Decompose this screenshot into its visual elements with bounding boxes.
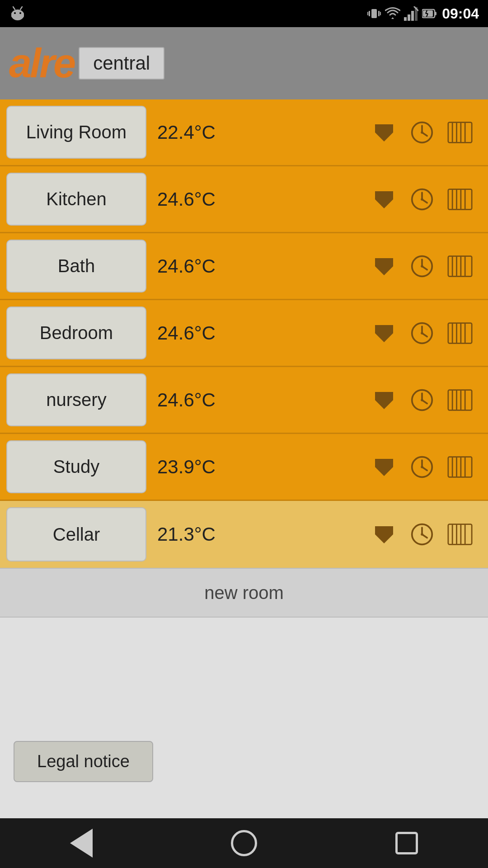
room-temp-cellar: 21.3°C [153,501,370,568]
legal-notice-button[interactable]: Legal notice [14,741,153,782]
svg-rect-19 [435,12,436,15]
radiator-icon[interactable] [446,118,474,147]
svg-rect-10 [378,11,380,16]
logo: alre [9,43,74,84]
arrow-down-icon[interactable] [370,520,399,549]
clock-icon[interactable] [408,185,436,214]
arrow-down-icon[interactable] [370,252,399,281]
svg-marker-64 [375,392,393,409]
wifi-icon [385,7,400,20]
clock-icon[interactable] [408,453,436,481]
room-name-bedroom[interactable]: Bedroom [6,307,146,359]
room-temp-study: 23.9°C [153,434,370,500]
svg-rect-11 [367,12,368,15]
arrow-down-icon[interactable] [370,453,399,481]
arrow-down-icon[interactable] [370,118,399,147]
room-row-living-room[interactable]: Living Room22.4°C [0,99,488,166]
svg-line-6 [13,7,15,9]
svg-marker-44 [375,258,393,275]
new-room-button[interactable]: new room [0,568,488,618]
room-list: Living Room22.4°C Kitchen24.6°C [0,99,488,568]
room-icons-nursery [370,367,488,433]
status-bar: 09:04 [0,0,488,27]
svg-rect-79 [448,457,472,477]
svg-point-5 [19,12,21,14]
status-bar-right: 09:04 [367,5,479,22]
svg-marker-34 [375,191,393,208]
room-name-study[interactable]: Study [6,440,146,493]
room-icons-bath [370,233,488,299]
legal-section: Legal notice [0,618,488,818]
clock-icon[interactable] [408,520,436,549]
svg-point-48 [421,265,423,268]
nav-home-button[interactable] [228,827,260,859]
android-icon [9,5,26,22]
radiator-icon[interactable] [446,185,474,214]
room-temp-bath: 24.6°C [153,233,370,299]
svg-rect-9 [369,11,370,16]
room-temp-kitchen: 24.6°C [153,166,370,232]
arrow-down-icon[interactable] [370,185,399,214]
room-name-kitchen[interactable]: Kitchen [6,173,146,226]
svg-marker-74 [375,459,393,476]
clock-icon[interactable] [408,386,436,415]
radiator-icon[interactable] [446,319,474,348]
room-name-living-room[interactable]: Living Room [6,106,146,159]
svg-rect-29 [448,122,472,142]
room-name-cellar[interactable]: Cellar [6,507,146,561]
svg-rect-49 [448,256,472,276]
svg-rect-69 [448,390,472,410]
arrow-down-icon[interactable] [370,319,399,348]
home-icon [231,830,257,856]
svg-marker-24 [375,124,393,142]
svg-marker-84 [375,526,393,543]
room-temp-bedroom: 24.6°C [153,300,370,366]
nav-back-button[interactable] [66,827,97,859]
recent-icon [395,832,418,854]
svg-rect-13 [404,17,407,21]
room-row-bath[interactable]: Bath24.6°C [0,233,488,300]
clock-icon[interactable] [408,252,436,281]
battery-icon [422,9,437,19]
room-icons-bedroom [370,300,488,366]
svg-rect-2 [14,16,16,19]
status-time: 09:04 [442,5,479,22]
svg-point-38 [421,198,423,201]
svg-rect-59 [448,323,472,343]
svg-point-68 [421,399,423,401]
svg-point-4 [14,12,16,14]
svg-point-58 [421,332,423,335]
radiator-icon[interactable] [446,453,474,481]
room-row-kitchen[interactable]: Kitchen24.6°C [0,166,488,233]
svg-rect-14 [408,14,410,21]
nav-bar [0,818,488,868]
central-label[interactable]: central [79,47,164,80]
nav-recent-button[interactable] [391,827,422,859]
room-row-nursery[interactable]: nursery24.6°C [0,367,488,434]
clock-icon[interactable] [408,118,436,147]
radiator-icon[interactable] [446,520,474,549]
header: alre central [0,27,488,99]
svg-rect-3 [19,16,21,19]
svg-marker-54 [375,325,393,342]
svg-point-88 [421,533,423,536]
svg-rect-8 [371,9,377,18]
arrow-down-icon[interactable] [370,386,399,415]
svg-rect-1 [11,12,24,18]
svg-point-78 [421,466,423,468]
main-content: Living Room22.4°C Kitchen24.6°C [0,99,488,818]
room-temp-nursery: 24.6°C [153,367,370,433]
room-row-bedroom[interactable]: Bedroom24.6°C [0,300,488,367]
vibrate-icon [367,6,381,21]
clock-icon[interactable] [408,319,436,348]
svg-rect-15 [411,11,414,21]
room-name-nursery[interactable]: nursery [6,373,146,426]
radiator-icon[interactable] [446,252,474,281]
status-icons [367,6,437,21]
svg-line-7 [20,7,22,9]
room-row-study[interactable]: Study23.9°C [0,434,488,501]
room-name-bath[interactable]: Bath [6,240,146,292]
radiator-icon[interactable] [446,386,474,415]
room-row-cellar[interactable]: Cellar21.3°C [0,501,488,568]
room-icons-kitchen [370,166,488,232]
